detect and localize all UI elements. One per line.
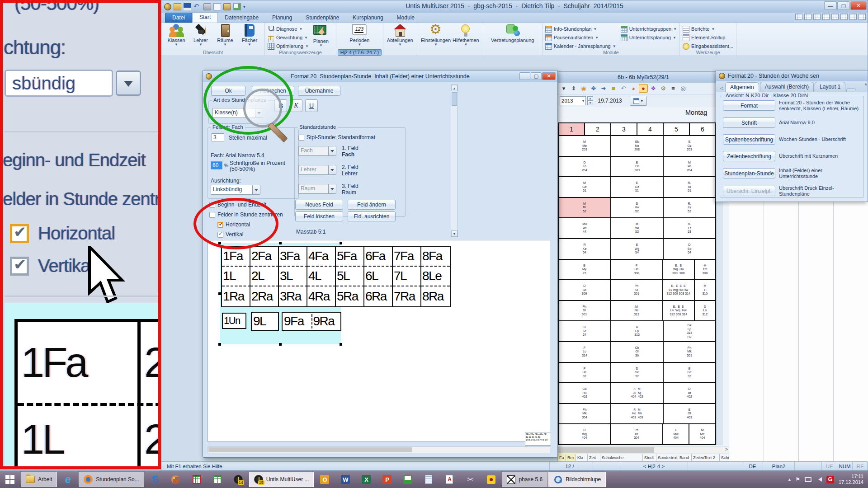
dialog-maximize-button[interactable]: ▢ bbox=[531, 72, 542, 80]
tab-partial[interactable] bbox=[846, 88, 856, 92]
feld3-dropdown[interactable]: Raum bbox=[298, 184, 336, 194]
period-header-4[interactable]: 4 bbox=[637, 123, 664, 135]
view-dropdown-icon[interactable]: ▾ bbox=[559, 84, 568, 93]
taskbar-item-untis-14[interactable]: 14 bbox=[228, 471, 248, 488]
lesson-cell[interactable]: RKe54 bbox=[559, 239, 611, 259]
legend-schulwoche[interactable]: Schulwoche bbox=[600, 454, 643, 461]
planen-button[interactable]: ☛ Planen▼ bbox=[309, 25, 333, 47]
taskbar-item-word[interactable]: W bbox=[335, 471, 355, 488]
mini-table-icon[interactable] bbox=[840, 14, 848, 20]
lesson-cell[interactable]: DHw52 bbox=[611, 198, 664, 218]
lesson-cell[interactable]: FHe32 bbox=[559, 363, 611, 383]
preview-area[interactable]: 1Fa2Fa3Fa4Fa5Fa6Fa7Fa8Fa1L2L3L4L5L6L7L8L… bbox=[208, 240, 550, 442]
unterrichtsgruppen-button[interactable]: Unterrichtsgruppen▼ bbox=[621, 25, 677, 33]
berichte-button[interactable]: Berichte▼ bbox=[683, 25, 733, 33]
lesson-cell[interactable]: PhMk301 bbox=[664, 342, 715, 362]
preview-cell[interactable]: 5Ra bbox=[336, 286, 364, 306]
antivirus-g-icon[interactable]: G bbox=[826, 476, 834, 483]
legend-rm[interactable]: Rm bbox=[566, 454, 576, 461]
scroll-up-icon[interactable]: ▲ bbox=[451, 85, 458, 91]
mini-table-icon[interactable] bbox=[822, 14, 830, 20]
lesson-cell[interactable]: EGz203 bbox=[664, 136, 715, 156]
legend-zeilentext-2[interactable]: ZeilenText-2 bbox=[692, 454, 720, 461]
lesson-cell[interactable]: MWl204 bbox=[664, 157, 715, 177]
lesson-cell[interactable]: PhSl301 bbox=[559, 301, 611, 321]
lesson-cell[interactable]: F. MHo Mk403 409 bbox=[611, 404, 664, 424]
speaker-icon[interactable] bbox=[816, 477, 822, 482]
magnified-dropdown-button[interactable] bbox=[116, 70, 141, 96]
lesson-cell[interactable]: MBr52 bbox=[559, 198, 611, 218]
mini-table-icon[interactable] bbox=[804, 14, 811, 20]
lesson-cell[interactable]: GkHu402 bbox=[559, 383, 611, 403]
window-titlebar[interactable]: Untis MultiUser 2015 - gbg-sch-2015 - Di… bbox=[161, 0, 868, 13]
lock-icon[interactable]: ■ bbox=[609, 84, 618, 93]
save-icon[interactable] bbox=[184, 3, 191, 10]
tab-scroll-left-icon[interactable]: ◁ bbox=[718, 84, 725, 92]
lesson-cell[interactable]: FLo314 bbox=[559, 342, 611, 362]
feld-ausrichten-button[interactable]: Fld. ausrichten bbox=[348, 211, 396, 221]
tray-expand-icon[interactable]: ▴ bbox=[788, 476, 791, 483]
info-stundenplan-button[interactable]: Info-Stundenplan▼ bbox=[545, 25, 616, 33]
preview-cell[interactable]: 8Fa bbox=[421, 247, 450, 267]
spinner-icon[interactable]: ⬍ bbox=[569, 84, 578, 93]
preview-cell[interactable]: 1Un bbox=[222, 313, 246, 329]
panel-zeilenbeschriftung-button[interactable]: Zeilenbeschriftung bbox=[723, 151, 775, 161]
lesson-cell[interactable]: PhMk304 bbox=[559, 404, 611, 424]
panel-spaltenbeschriftung-button[interactable]: Spaltenbeschriftung bbox=[723, 134, 775, 145]
calendar-button[interactable]: ▾ bbox=[630, 96, 647, 106]
lesson-cell[interactable]: MMe203 bbox=[559, 136, 611, 156]
preview-cell[interactable]: 2Fa bbox=[250, 247, 279, 267]
taskbar-item-planner[interactable] bbox=[398, 471, 418, 488]
alignment-dropdown[interactable]: Linksbündig bbox=[211, 185, 260, 195]
ribbon-tab-planung[interactable]: Planung bbox=[265, 13, 299, 23]
lesson-cell[interactable]: FHe308 bbox=[611, 260, 663, 280]
lesson-cell[interactable]: R.Kl51 bbox=[664, 177, 715, 197]
lesson-cell[interactable]: EkMe208 bbox=[611, 136, 664, 156]
period-header-2[interactable]: 2 bbox=[585, 123, 611, 135]
legend-band[interactable]: Band bbox=[678, 454, 692, 461]
format-panel-titlebar[interactable]: Format 20 - Stunden der Woche sen bbox=[716, 70, 868, 81]
preview-cell[interactable]: 3Ra bbox=[279, 286, 307, 306]
panel-stundenplan-stunde-button[interactable]: Stundenplan-Stunde bbox=[723, 168, 775, 178]
ribbon-tab-datei[interactable]: Datei bbox=[165, 13, 192, 23]
taskbar-item-jabra[interactable] bbox=[481, 471, 501, 488]
font-size-input[interactable]: 60 bbox=[211, 161, 222, 169]
lesson-cell[interactable]: BMy23 bbox=[559, 260, 611, 280]
undo-icon[interactable]: ↶ bbox=[619, 84, 628, 93]
lesson-cell[interactable]: F. MJu Mj404 402 bbox=[611, 383, 664, 403]
lesson-cell[interactable]: EWg54 bbox=[611, 239, 664, 259]
print-icon[interactable] bbox=[203, 3, 211, 10]
preview-cell[interactable]: 7L bbox=[393, 267, 421, 286]
palette-icon[interactable]: ◕ bbox=[629, 84, 638, 93]
preview-cell[interactable]: 7Ra bbox=[393, 286, 421, 306]
status-periode[interactable]: < Hj2-4 > bbox=[620, 462, 688, 470]
lesson-cell[interactable]: E. E E ELv Wg Hu Hw312 309 308 314 bbox=[663, 280, 695, 300]
klassen-button[interactable]: Klassen▼ bbox=[164, 24, 189, 46]
ribbon-tab-start[interactable]: Start bbox=[192, 12, 218, 23]
diagnose-button[interactable]: Diagnose▼ bbox=[268, 25, 309, 33]
preview-cell[interactable]: 1L bbox=[222, 267, 250, 286]
feld-aendern-button[interactable]: Feld ändern bbox=[348, 200, 396, 210]
week-spinner[interactable]: ▲▼ bbox=[587, 96, 593, 105]
ribbon-tab-stundenpläne[interactable]: Stundenpläne bbox=[299, 13, 346, 23]
stellen-input[interactable]: 3 bbox=[212, 133, 224, 141]
legend-fa[interactable]: Fa bbox=[558, 454, 566, 461]
minimize-button[interactable]: — bbox=[824, 1, 837, 10]
pin-icon[interactable]: ● bbox=[639, 84, 648, 93]
lesson-cell[interactable]: EGz51 bbox=[611, 177, 664, 197]
lesson-cell[interactable]: BSe24 bbox=[559, 321, 611, 341]
lesson-cell[interactable]: EGc32 bbox=[664, 363, 715, 383]
lesson-cell[interactable]: EMw404 bbox=[663, 424, 690, 444]
raeume-button[interactable]: Räume▼ bbox=[213, 24, 237, 46]
mini-table-icon[interactable] bbox=[859, 14, 866, 20]
legend-schülergruppe[interactable]: Schülergruppe bbox=[720, 454, 729, 461]
element-rollup-button[interactable]: Element-Rollup bbox=[683, 33, 733, 42]
tab-auswahl (bereich)[interactable]: Auswahl (Bereich) bbox=[760, 82, 814, 92]
element-icon[interactable]: ❖ bbox=[649, 84, 658, 93]
legend-zeit[interactable]: Zeit bbox=[588, 454, 600, 461]
lesson-cell[interactable]: E. E ELv Wg Hw312 309 314 bbox=[663, 301, 695, 321]
eingabeassistent-button[interactable]: Eingabeassistent... bbox=[683, 42, 733, 50]
export-doc-icon[interactable] bbox=[233, 3, 241, 10]
taskbar-item-stundenplan-firefox[interactable]: Stundenplan So... bbox=[79, 472, 144, 487]
period-header-6[interactable]: 6 bbox=[690, 123, 715, 135]
